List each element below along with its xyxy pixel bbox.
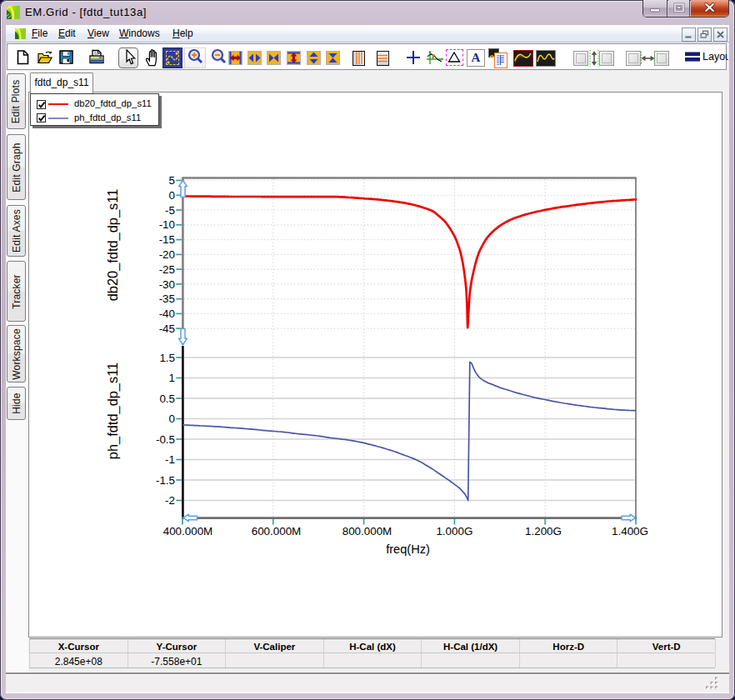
svg-text:-20: -20 [159,248,175,261]
svg-text:1: 1 [169,372,175,384]
svg-text:-2: -2 [165,494,175,507]
svg-text:1.5: 1.5 [159,352,175,364]
svg-text:-5: -5 [165,204,175,217]
svg-text:-40: -40 [159,308,175,320]
svg-text:0: 0 [169,189,175,202]
svg-text:1.200G: 1.200G [525,525,562,538]
svg-text:ph_fdtd_dp_s11: ph_fdtd_dp_s11 [105,362,121,459]
svg-text:600.000M: 600.000M [252,525,302,538]
svg-text:-30: -30 [159,278,175,291]
svg-text:800.000M: 800.000M [342,525,392,538]
svg-text:0.5: 0.5 [159,392,175,405]
svg-text:-25: -25 [159,263,175,276]
svg-text:-15: -15 [159,233,175,246]
svg-text:-0.5: -0.5 [156,433,175,446]
svg-text:-1: -1 [165,453,175,466]
svg-text:-10: -10 [159,218,175,231]
svg-text:-1.5: -1.5 [156,474,175,487]
svg-text:freq(Hz): freq(Hz) [386,542,430,556]
svg-text:-45: -45 [159,322,175,335]
svg-text:1.400G: 1.400G [612,525,648,538]
svg-text:400.000M: 400.000M [163,525,213,538]
svg-text:db20_fdtd_dp_s11: db20_fdtd_dp_s11 [105,189,121,302]
svg-text:-35: -35 [159,292,175,305]
svg-text:1.000G: 1.000G [436,525,472,538]
svg-text:0: 0 [169,412,175,425]
svg-text:5: 5 [169,174,175,187]
